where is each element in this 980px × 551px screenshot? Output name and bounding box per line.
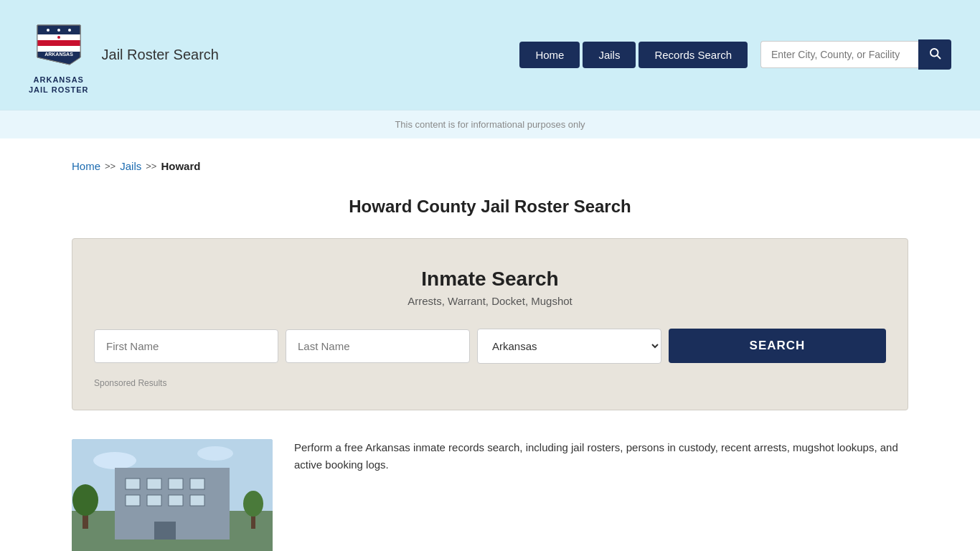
svg-rect-22 xyxy=(147,495,161,506)
svg-rect-23 xyxy=(169,495,183,506)
svg-point-27 xyxy=(72,484,98,516)
search-icon xyxy=(928,47,941,60)
nav-records-button[interactable]: Records Search xyxy=(639,42,748,68)
info-bar-text: This content is for informational purpos… xyxy=(395,119,585,130)
inmate-search-title: Inmate Search xyxy=(94,268,886,291)
svg-rect-3 xyxy=(37,46,80,52)
building-image xyxy=(72,439,273,551)
svg-rect-18 xyxy=(147,479,161,489)
state-select[interactable]: Arkansas Alabama Alaska Arizona Californ… xyxy=(477,329,661,364)
first-name-input[interactable] xyxy=(94,329,278,363)
header-search-button[interactable] xyxy=(918,39,951,70)
svg-rect-25 xyxy=(154,522,176,540)
arkansas-logo-icon: ARKANSAS xyxy=(30,14,88,72)
breadcrumb-jails-link[interactable]: Jails xyxy=(120,160,141,172)
breadcrumb-current: Howard xyxy=(161,160,200,172)
svg-point-13 xyxy=(93,452,136,469)
svg-rect-24 xyxy=(190,495,204,506)
bottom-section: Perform a free Arkansas inmate records s… xyxy=(72,432,908,551)
breadcrumb-sep-2: >> xyxy=(146,161,156,171)
search-fields: Arkansas Alabama Alaska Arizona Californ… xyxy=(94,329,886,364)
breadcrumb-sep-1: >> xyxy=(105,161,116,171)
building-illustration xyxy=(72,439,273,551)
svg-rect-21 xyxy=(126,495,140,506)
main-content: Home >> Jails >> Howard Howard County Ja… xyxy=(0,138,980,551)
info-bar: This content is for informational purpos… xyxy=(0,110,980,138)
svg-point-5 xyxy=(57,29,60,32)
header-nav: Home Jails Records Search xyxy=(519,42,748,68)
svg-rect-19 xyxy=(169,479,183,489)
header-search-input[interactable] xyxy=(760,41,918,68)
inmate-search-subtitle: Arrests, Warrant, Docket, Mugshot xyxy=(94,295,886,307)
logo-container: ARKANSAS ARKANSAS JAIL ROSTER xyxy=(29,14,89,95)
bottom-description-text: Perform a free Arkansas inmate records s… xyxy=(294,439,908,474)
search-submit-button[interactable]: SEARCH xyxy=(669,329,886,363)
svg-line-11 xyxy=(937,56,940,59)
bottom-description: Perform a free Arkansas inmate records s… xyxy=(294,439,908,474)
svg-point-29 xyxy=(243,491,263,517)
header-left: ARKANSAS ARKANSAS JAIL ROSTER Jail Roste… xyxy=(29,14,219,95)
svg-point-6 xyxy=(68,29,71,32)
svg-point-7 xyxy=(57,36,60,39)
svg-rect-17 xyxy=(126,479,140,489)
sponsored-label: Sponsored Results xyxy=(94,378,886,388)
nav-jails-button[interactable]: Jails xyxy=(583,42,636,68)
svg-point-14 xyxy=(197,446,233,461)
inmate-search-container: Inmate Search Arrests, Warrant, Docket, … xyxy=(72,238,908,410)
breadcrumb-home-link[interactable]: Home xyxy=(72,160,100,172)
nav-home-button[interactable]: Home xyxy=(519,42,580,68)
svg-rect-2 xyxy=(37,40,80,46)
svg-text:ARKANSAS: ARKANSAS xyxy=(44,52,73,57)
logo-text: ARKANSAS JAIL ROSTER xyxy=(29,75,89,95)
header: ARKANSAS ARKANSAS JAIL ROSTER Jail Roste… xyxy=(0,0,980,110)
svg-point-4 xyxy=(47,29,50,32)
header-search-bar xyxy=(760,39,951,70)
page-title: Howard County Jail Roster Search xyxy=(72,197,908,217)
svg-rect-20 xyxy=(190,479,204,489)
site-title: Jail Roster Search xyxy=(102,47,219,63)
last-name-input[interactable] xyxy=(286,329,470,363)
breadcrumb: Home >> Jails >> Howard xyxy=(72,153,908,179)
